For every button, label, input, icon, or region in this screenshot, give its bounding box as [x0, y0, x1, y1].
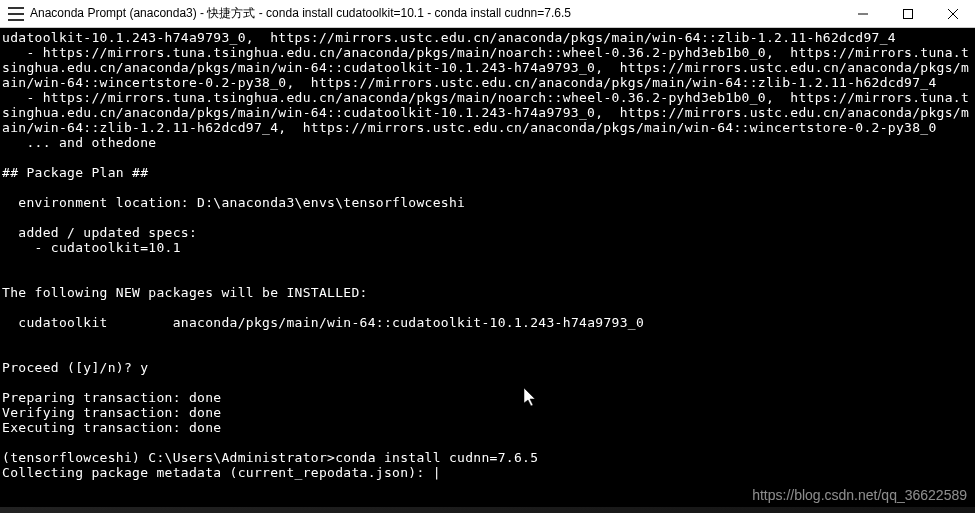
window-title: Anaconda Prompt (anaconda3) - 快捷方式 - con…	[30, 5, 840, 22]
terminal-output[interactable]: udatoolkit-10.1.243-h74a9793_0, https://…	[0, 28, 975, 513]
svg-rect-1	[903, 9, 912, 18]
bottom-decoration	[0, 507, 975, 513]
maximize-button[interactable]	[885, 0, 930, 28]
watermark-text: https://blog.csdn.net/qq_36622589	[752, 487, 967, 503]
minimize-button[interactable]	[840, 0, 885, 28]
window-controls	[840, 0, 975, 28]
app-icon	[8, 7, 24, 21]
window-titlebar: Anaconda Prompt (anaconda3) - 快捷方式 - con…	[0, 0, 975, 28]
close-button[interactable]	[930, 0, 975, 28]
